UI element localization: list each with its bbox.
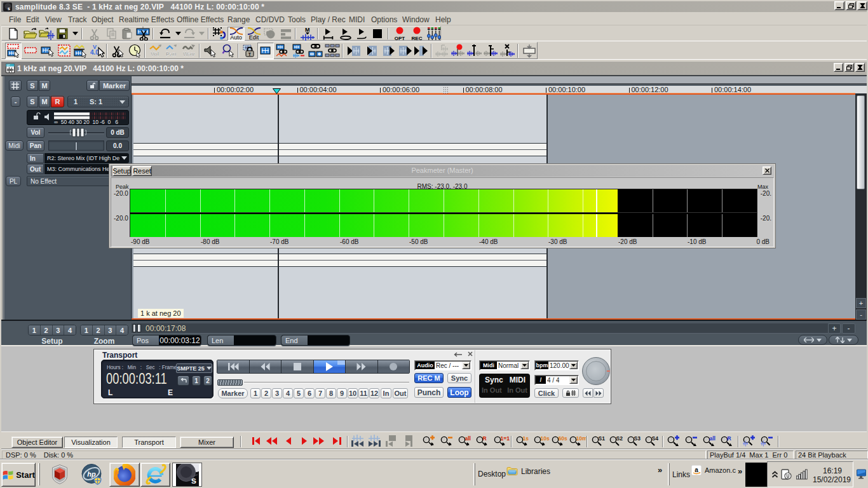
marker-5-button[interactable]: 5 — [294, 388, 304, 398]
record-mode-button[interactable]: REC M — [414, 373, 444, 383]
zoom-button-4[interactable]: 4 — [116, 325, 128, 335]
peakmeter-close-button[interactable] — [763, 166, 771, 175]
mode-object-curve-button[interactable] — [73, 43, 88, 59]
hzoom-in-button[interactable]: + — [828, 323, 841, 334]
marker-button[interactable]: Marker — [99, 80, 130, 91]
zoom-button-2[interactable]: 2 — [93, 325, 105, 335]
mode-pitchshift-button[interactable] — [128, 43, 142, 59]
vertical-scrollbar[interactable]: + - — [855, 93, 867, 320]
punch-out-button[interactable]: Out — [393, 388, 408, 398]
undo-button[interactable] — [157, 27, 173, 41]
marker-delete-button[interactable] — [500, 43, 515, 59]
play-once-button[interactable] — [321, 27, 337, 41]
mode-zoom-button[interactable] — [221, 43, 236, 59]
transport-step-fwd-button[interactable] — [298, 436, 311, 446]
position-value[interactable]: 00:00:03:12 — [159, 336, 201, 345]
click-button[interactable]: Click — [534, 388, 559, 398]
hzoom-out-button[interactable]: - — [842, 323, 855, 334]
volume-slider-handle[interactable] — [70, 128, 86, 137]
punch-in-button[interactable]: In — [381, 388, 391, 398]
restore-button[interactable] — [844, 63, 854, 72]
play-in-range-button[interactable] — [355, 27, 371, 41]
draw-wave-disabled-button[interactable]: Wav — [182, 43, 197, 59]
timeline-upper-band[interactable] — [132, 76, 867, 85]
transport-skip-start-button[interactable] — [217, 360, 250, 373]
vertical-scrollbar-thumb[interactable] — [857, 95, 865, 189]
zoom-1-1-button[interactable]: 1=1 — [493, 435, 510, 447]
object-mode-normal-button[interactable] — [347, 43, 362, 59]
transport-skip-start-button[interactable] — [250, 436, 262, 446]
zoom-all-button[interactable]: all — [458, 435, 475, 447]
transport-rewind-button[interactable] — [250, 360, 282, 373]
crossfade-auto-button[interactable]: Auto — [227, 27, 245, 41]
end-value[interactable] — [308, 336, 349, 345]
vertical-zoom-in-button[interactable]: + — [856, 298, 866, 308]
network-signal-icon[interactable] — [796, 469, 808, 480]
wave-zoom-out-button[interactable] — [760, 435, 777, 447]
time-signature-arrow-button[interactable] — [569, 376, 578, 384]
object-mode-lock-left-button[interactable] — [364, 43, 381, 59]
marker-next-button[interactable] — [484, 43, 498, 59]
playback-cursor-handle[interactable] — [273, 88, 281, 94]
links-toolbar-label[interactable]: Links — [672, 470, 690, 479]
transport-forward-button[interactable] — [346, 360, 378, 373]
hzoom-preset-button[interactable] — [798, 335, 827, 345]
track-name-selector[interactable]: 1S: 1 — [67, 96, 129, 107]
ungroup-objects-button[interactable] — [291, 43, 306, 59]
menu-edit[interactable]: Edit — [22, 14, 43, 25]
vertical-zoom-out-button[interactable]: - — [856, 309, 866, 320]
menu-midi[interactable]: MIDI — [345, 14, 369, 25]
transport-skip-end-button[interactable] — [330, 436, 343, 446]
crossfade-edit-button[interactable]: Edit — [245, 27, 262, 41]
object-skip-start-button[interactable] — [383, 434, 398, 447]
marker-record-button[interactable] — [451, 43, 466, 59]
minimize-button[interactable] — [834, 1, 844, 10]
menu-realtime-effects[interactable]: Realtime Effects — [115, 14, 178, 25]
ruler-splitter-grip[interactable] — [443, 86, 448, 93]
horizontal-scrollbar-thumb[interactable] — [133, 324, 142, 332]
menu-window[interactable]: Window — [398, 14, 433, 25]
menu-help[interactable]: Help — [431, 14, 455, 25]
pan-label-button[interactable]: Pan — [27, 140, 44, 151]
mode-cut-button[interactable] — [111, 43, 126, 59]
pan-slider[interactable] — [48, 140, 104, 151]
marker-set-1-button[interactable] — [467, 43, 482, 59]
link-all-tracks-button[interactable] — [324, 43, 340, 59]
mixer-button[interactable] — [425, 27, 441, 41]
cut-disabled-button[interactable] — [86, 27, 101, 41]
link-until-pause-button[interactable] — [308, 43, 323, 59]
paste-disabled-button[interactable] — [119, 27, 135, 41]
midi-mode-dropdown[interactable]: MidiNormal — [479, 360, 530, 370]
zoom-10m-button[interactable]: 10m — [569, 435, 586, 447]
marker-4-button[interactable]: 4 — [283, 388, 293, 398]
setup-button-4[interactable]: 4 — [64, 325, 76, 335]
play-marker-end-button[interactable] — [367, 434, 381, 447]
zoom-snapshot-1-button[interactable]: S1 — [591, 435, 608, 447]
open-project-button[interactable] — [22, 27, 38, 41]
close-button[interactable] — [857, 1, 867, 10]
object-mode-move-right-button[interactable] — [398, 43, 414, 59]
minimize-button[interactable] — [834, 63, 843, 72]
mode-curve-button[interactable] — [57, 43, 72, 59]
marker-lock-button[interactable] — [86, 80, 98, 91]
vzoom-range-button[interactable]: R — [720, 435, 737, 447]
show-desktop-button[interactable] — [857, 468, 866, 480]
length-value[interactable] — [234, 336, 276, 345]
loop-button[interactable]: Loop — [447, 387, 471, 398]
transport-dock-button[interactable] — [454, 352, 464, 358]
amazon-item[interactable]: aAmazon.c — [691, 465, 736, 475]
marker-1-button[interactable]: 1 — [250, 388, 261, 398]
track-collapse-button[interactable]: - — [11, 97, 20, 107]
menu-view[interactable]: View — [41, 14, 65, 25]
marker-7-button[interactable]: 7 — [315, 388, 325, 398]
punch-button[interactable]: Punch — [414, 387, 444, 398]
internet-explorer-button[interactable] — [140, 463, 170, 487]
zoom-snapshot-2-button[interactable]: S2 — [609, 435, 626, 447]
menu-object[interactable]: Object — [88, 14, 118, 25]
vzoom-out-button[interactable] — [684, 435, 702, 447]
zoom-button-3[interactable]: 3 — [105, 325, 117, 335]
auto-crossfade-active-button[interactable] — [257, 43, 274, 59]
record-options-button[interactable]: OPT — [391, 27, 408, 41]
marker-2-button[interactable]: 2 — [261, 388, 271, 398]
pan-slider-handle[interactable] — [75, 142, 78, 151]
